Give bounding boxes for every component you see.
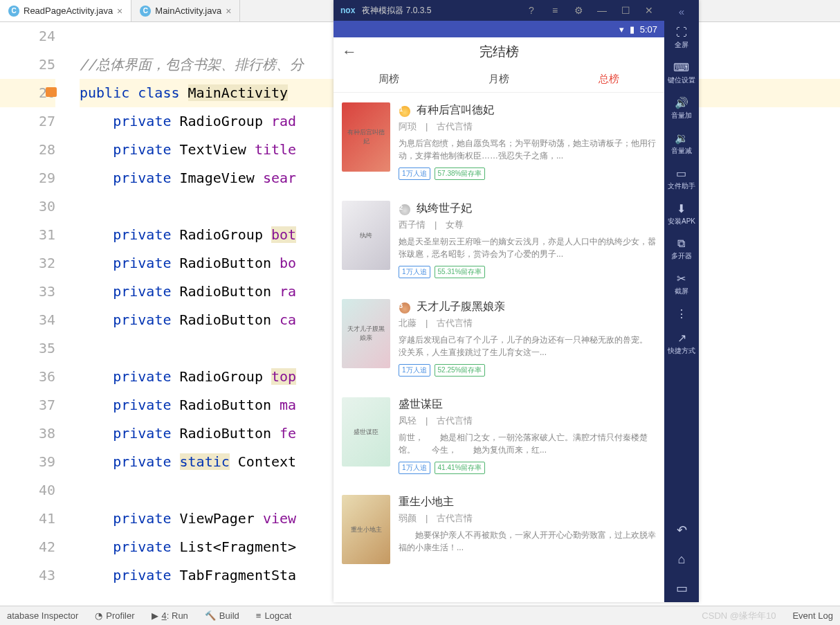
build-button[interactable]: 🔨Build xyxy=(205,610,239,621)
book-desc: 她是天圣皇朝云王府唯一的嫡女云浅月，亦是人人口中的纨绔少女，嚣张跋扈，恶名昭彰，… xyxy=(399,235,656,260)
side-icon: ⛶ xyxy=(676,26,687,39)
event-log-button[interactable]: Event Log xyxy=(792,610,833,621)
logcat-button[interactable]: ≡Logcat xyxy=(256,610,292,621)
book-title: 重生小地主 xyxy=(399,495,454,509)
book-desc: 为息后宫怨愤，她自愿负骂名；为平朝野动荡，她主动请板子；他用行动，支撑着他制衡权… xyxy=(399,137,656,162)
battery-icon: ▮ xyxy=(630,24,634,35)
bottom-toolbar: atabase Inspector ◔Profiler ▶4: Run 🔨Bui… xyxy=(0,606,840,625)
book-item[interactable]: 有种后宫叫德妃 1有种后宫叫德妃 阿琐 | 古代言情 为息后宫怨愤，她自愿负骂名… xyxy=(334,93,664,191)
help-icon[interactable]: ? xyxy=(523,2,540,19)
book-meta: 北藤 | 古代言情 xyxy=(399,317,656,329)
line-number: 36 xyxy=(0,363,55,391)
back-icon[interactable]: ← xyxy=(342,43,357,61)
line-number: 35 xyxy=(0,334,55,363)
side-shortcut[interactable]: ↗ 快捷方式 xyxy=(664,326,699,361)
android-recent-icon[interactable]: ▭ xyxy=(664,574,699,602)
book-tags: 1万人追52.25%留存率 xyxy=(399,364,656,377)
retain-tag: 52.25%留存率 xyxy=(435,364,486,377)
book-title: 天才儿子腹黑娘亲 xyxy=(417,300,505,314)
ranking-tabs: 周榜 月榜 总榜 xyxy=(334,66,664,93)
line-number: 28 xyxy=(0,136,55,164)
side-label: 音量减 xyxy=(671,146,692,156)
tab-total[interactable]: 总榜 xyxy=(554,66,664,92)
minimize-icon[interactable]: — xyxy=(594,2,610,19)
medal-icon: 1 xyxy=(399,102,411,118)
tab-label: MainActivity.java xyxy=(155,6,221,16)
android-home-icon[interactable]: ⌂ xyxy=(664,545,699,573)
line-number: 31 xyxy=(0,221,55,249)
emulator-title: 夜神模拟器 7.0.3.5 xyxy=(362,5,431,17)
maximize-icon[interactable]: ☐ xyxy=(617,2,634,19)
hammer-icon: 🔨 xyxy=(205,610,216,621)
ide-tab-readpage[interactable]: C ReadPageActivity.java × xyxy=(0,0,131,21)
book-tags: 1万人追55.31%留存率 xyxy=(399,266,656,278)
watermark: CSDN @缘华年10 xyxy=(702,610,776,622)
book-desc: 穿越后发现自己有了个儿子，儿子的身边还有一只神秘无敌的兽宠。 没关系，人生直接跳… xyxy=(399,334,656,359)
page-title: 完结榜 xyxy=(357,43,641,61)
book-item[interactable]: 纨绔 2纨绔世子妃 西子情 | 女尊 她是天圣皇朝云王府唯一的嫡女云浅月，亦是人… xyxy=(334,191,664,289)
gear-icon[interactable]: ⚙ xyxy=(570,2,587,19)
line-number: 30 xyxy=(0,192,55,221)
app-header: ← 完结榜 xyxy=(334,37,664,66)
book-list[interactable]: 有种后宫叫德妃 1有种后宫叫德妃 阿琐 | 古代言情 为息后宫怨愤，她自愿负骂名… xyxy=(334,93,664,602)
side-expand-icon[interactable]: « xyxy=(673,3,690,19)
logcat-icon: ≡ xyxy=(256,610,262,621)
line-number: 43 xyxy=(0,561,55,590)
side-icon: 🔉 xyxy=(675,132,688,145)
side-label: 安装APK xyxy=(668,217,695,226)
line-number: 26 xyxy=(0,79,55,107)
db-inspector-button[interactable]: atabase Inspector xyxy=(7,610,78,621)
android-back-icon[interactable]: ↶ xyxy=(664,516,699,544)
line-number: 41 xyxy=(0,505,55,533)
book-item[interactable]: 天才儿子腹黑娘亲 3天才儿子腹黑娘亲 北藤 | 古代言情 穿越后发现自己有了个儿… xyxy=(334,289,664,388)
line-number: 24 xyxy=(0,22,55,51)
line-number: 27 xyxy=(0,107,55,136)
book-cover: 纨绔 xyxy=(342,201,390,270)
ide-tab-mainactivity[interactable]: C MainActivity.java × xyxy=(131,0,240,21)
book-cover: 有种后宫叫德妃 xyxy=(342,102,390,172)
book-tags: 1万人追41.41%留存率 xyxy=(399,462,656,474)
side-label: 键位设置 xyxy=(668,75,695,85)
run-button[interactable]: ▶4: Run xyxy=(152,610,188,621)
line-number: 37 xyxy=(0,391,55,419)
book-cover: 重生小地主 xyxy=(342,495,390,564)
side-item-截屏[interactable]: ✂截屏 xyxy=(668,266,695,302)
line-number: 33 xyxy=(0,278,55,306)
tab-week[interactable]: 周榜 xyxy=(334,66,444,92)
book-item[interactable]: 盛世谋臣 盛世谋臣 凤轻 | 古代言情 前世， 她是相门之女，一朝沦落家破人亡。… xyxy=(334,388,664,485)
java-file-icon: C xyxy=(8,6,19,17)
side-icon: ⬇ xyxy=(677,202,686,215)
side-item-安装APK[interactable]: ⬇安装APK xyxy=(668,197,695,232)
book-desc: 她要保护亲人不再被欺负，一家人开开心心勤劳致富，过上欢脱幸福的小康生活！... xyxy=(399,529,656,554)
line-gutter: 2425262728293031323334353637383940414243 xyxy=(0,22,69,606)
book-item[interactable]: 重生小地主 重生小地主 弱颜 | 古代言情 她要保护亲人不再被欺负，一家人开开心… xyxy=(334,485,664,575)
side-icon: ⌨ xyxy=(673,61,689,74)
side-item-多开器[interactable]: ⧉多开器 xyxy=(668,232,695,266)
emulator-sidebar: « ⛶全屏⌨键位设置🔊音量加🔉音量减▭文件助手⬇安装APK⧉多开器✂截屏 ⋮ ↗… xyxy=(664,0,699,602)
emulator-titlebar[interactable]: nox 夜神模拟器 7.0.3.5 ? ≡ ⚙ — ☐ ✕ xyxy=(334,0,664,21)
side-icon: ✂ xyxy=(677,272,686,285)
retain-tag: 55.31%留存率 xyxy=(435,266,486,278)
medal-icon: 2 xyxy=(399,201,411,216)
profiler-button[interactable]: ◔Profiler xyxy=(95,610,134,621)
close-icon[interactable]: × xyxy=(117,6,122,17)
override-icon[interactable] xyxy=(46,87,57,97)
book-meta: 西子情 | 女尊 xyxy=(399,219,656,231)
more-icon[interactable]: ⋮ xyxy=(676,303,687,325)
side-item-文件助手[interactable]: ▭文件助手 xyxy=(668,161,695,197)
side-item-键位设置[interactable]: ⌨键位设置 xyxy=(668,55,695,91)
line-number: 32 xyxy=(0,249,55,278)
side-icon: ⧉ xyxy=(677,237,685,250)
close-icon[interactable]: ✕ xyxy=(641,2,657,19)
tab-month[interactable]: 月榜 xyxy=(444,66,554,92)
book-meta: 弱颜 | 古代言情 xyxy=(399,512,656,525)
side-item-音量减[interactable]: 🔉音量减 xyxy=(668,126,695,161)
side-item-音量加[interactable]: 🔊音量加 xyxy=(668,91,695,126)
line-number: 25 xyxy=(0,51,55,79)
side-label: 文件助手 xyxy=(668,181,695,191)
menu-icon[interactable]: ≡ xyxy=(547,2,563,19)
side-icon: 🔊 xyxy=(675,96,688,109)
retain-tag: 57.38%留存率 xyxy=(435,167,486,180)
side-item-全屏[interactable]: ⛶全屏 xyxy=(668,21,695,55)
close-icon[interactable]: × xyxy=(226,6,231,17)
